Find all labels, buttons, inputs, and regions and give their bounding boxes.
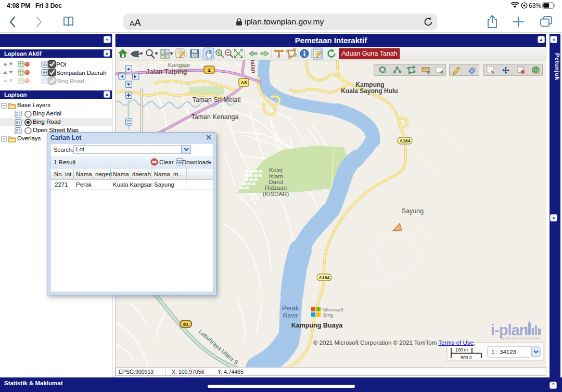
svg-text:Jalan Taiping: Jalan Taiping: [146, 68, 187, 75]
svg-text:Kangsar: Kangsar: [168, 62, 190, 68]
svg-text:Kolej: Kolej: [269, 167, 283, 173]
svg-text:A3: A3: [241, 80, 247, 85]
svg-text:A164: A164: [319, 275, 330, 280]
svg-text:River: River: [283, 312, 298, 319]
svg-text:A164: A164: [400, 138, 411, 143]
svg-text:SEMENANJUNG MALAYSIA: SEMENANJUNG MALAYSIA: [501, 337, 541, 340]
svg-text:100 m: 100 m: [455, 347, 468, 352]
svg-text:1 : 34123: 1 : 34123: [491, 349, 516, 355]
svg-text:500 ft: 500 ft: [461, 355, 472, 360]
svg-text:i-plan: i-plan: [491, 322, 528, 338]
svg-text:1: 1: [208, 67, 211, 73]
svg-text:Sayung: Sayung: [402, 207, 424, 215]
svg-text:Ridzuan: Ridzuan: [265, 185, 287, 191]
svg-text:Kuala Sayong Hulu: Kuala Sayong Hulu: [341, 87, 398, 95]
svg-text:Bing: Bing: [323, 312, 333, 318]
svg-text:© 2021 Microsoft Corporation ©: © 2021 Microsoft Corporation © 2021 TomT…: [313, 339, 475, 346]
svg-text:E1: E1: [183, 322, 188, 327]
svg-text:Kampung Buaya: Kampung Buaya: [291, 322, 343, 329]
svg-text:Taman Kenanga: Taman Kenanga: [191, 113, 238, 121]
svg-text:Taman Sri Melati: Taman Sri Melati: [192, 96, 240, 103]
svg-text:Perak: Perak: [282, 305, 299, 312]
svg-text:(KISDAR): (KISDAR): [263, 191, 289, 197]
